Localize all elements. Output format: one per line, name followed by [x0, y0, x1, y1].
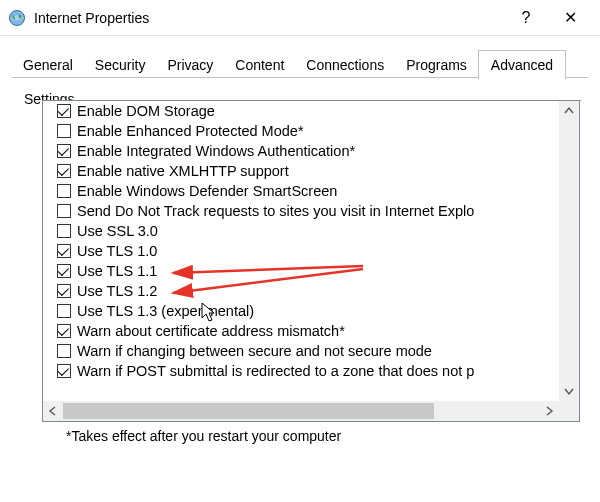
setting-row[interactable]: Use TLS 1.2 [43, 281, 559, 301]
titlebar: Internet Properties ? ✕ [0, 0, 600, 36]
setting-label: Use TLS 1.1 [77, 263, 157, 279]
setting-label: Send Do Not Track requests to sites you … [77, 203, 474, 219]
vertical-scroll-track[interactable] [559, 121, 579, 381]
close-icon: ✕ [564, 8, 577, 27]
setting-row[interactable]: Enable native XMLHTTP support [43, 161, 559, 181]
setting-label: Warn if POST submittal is redirected to … [77, 363, 474, 379]
scroll-up-arrow-icon[interactable] [559, 101, 579, 121]
setting-checkbox[interactable] [57, 304, 71, 318]
setting-checkbox[interactable] [57, 364, 71, 378]
setting-row[interactable]: Enable DOM Storage [43, 101, 559, 121]
tab-strip: General Security Privacy Content Connect… [0, 48, 600, 78]
setting-label: Warn about certificate address mismatch* [77, 323, 345, 339]
setting-row[interactable]: Use TLS 1.1 [43, 261, 559, 281]
setting-checkbox[interactable] [57, 264, 71, 278]
setting-row[interactable]: Use TLS 1.3 (experimental) [43, 301, 559, 321]
tab-advanced[interactable]: Advanced [478, 50, 566, 79]
tab-panel-advanced: Settings Enable DOM StorageEnable Enhanc… [0, 78, 600, 444]
setting-row[interactable]: Warn about certificate address mismatch* [43, 321, 559, 341]
setting-label: Use TLS 1.3 (experimental) [77, 303, 254, 319]
setting-checkbox[interactable] [57, 284, 71, 298]
tab-privacy[interactable]: Privacy [156, 52, 224, 78]
internet-options-icon [8, 9, 26, 27]
scroll-right-arrow-icon[interactable] [539, 401, 559, 421]
tab-programs[interactable]: Programs [395, 52, 478, 78]
setting-row[interactable]: Use TLS 1.0 [43, 241, 559, 261]
setting-label: Enable Enhanced Protected Mode* [77, 123, 304, 139]
setting-row[interactable]: Enable Enhanced Protected Mode* [43, 121, 559, 141]
setting-checkbox[interactable] [57, 184, 71, 198]
tab-general[interactable]: General [12, 52, 84, 78]
setting-checkbox[interactable] [57, 124, 71, 138]
horizontal-scrollbar[interactable] [43, 401, 559, 421]
setting-row[interactable]: Use SSL 3.0 [43, 221, 559, 241]
setting-label: Enable Windows Defender SmartScreen [77, 183, 337, 199]
tab-security[interactable]: Security [84, 52, 157, 78]
setting-checkbox[interactable] [57, 344, 71, 358]
setting-row[interactable]: Warn if POST submittal is redirected to … [43, 361, 559, 381]
scroll-down-arrow-icon[interactable] [559, 381, 579, 401]
setting-label: Enable Integrated Windows Authentication… [77, 143, 355, 159]
help-button[interactable]: ? [504, 3, 548, 33]
setting-checkbox[interactable] [57, 164, 71, 178]
setting-label: Enable native XMLHTTP support [77, 163, 289, 179]
scrollbar-corner [559, 401, 579, 421]
vertical-scrollbar[interactable] [559, 101, 579, 401]
setting-label: Use SSL 3.0 [77, 223, 158, 239]
settings-listbox[interactable]: Enable DOM StorageEnable Enhanced Protec… [42, 100, 580, 422]
setting-checkbox[interactable] [57, 324, 71, 338]
settings-group: Settings Enable DOM StorageEnable Enhanc… [22, 100, 582, 444]
tab-content[interactable]: Content [224, 52, 295, 78]
setting-label: Enable DOM Storage [77, 103, 215, 119]
setting-row[interactable]: Enable Windows Defender SmartScreen [43, 181, 559, 201]
setting-row[interactable]: Send Do Not Track requests to sites you … [43, 201, 559, 221]
window-title: Internet Properties [34, 10, 149, 26]
setting-label: Use TLS 1.2 [77, 283, 157, 299]
setting-checkbox[interactable] [57, 224, 71, 238]
horizontal-scroll-track[interactable] [63, 401, 539, 421]
scroll-left-arrow-icon[interactable] [43, 401, 63, 421]
restart-footnote: *Takes effect after you restart your com… [66, 428, 582, 444]
settings-list-viewport: Enable DOM StorageEnable Enhanced Protec… [43, 101, 559, 401]
setting-row[interactable]: Enable Integrated Windows Authentication… [43, 141, 559, 161]
setting-row[interactable]: Warn if changing between secure and not … [43, 341, 559, 361]
horizontal-scroll-thumb[interactable] [63, 403, 434, 419]
close-button[interactable]: ✕ [548, 3, 592, 33]
tab-connections[interactable]: Connections [295, 52, 395, 78]
setting-label: Warn if changing between secure and not … [77, 343, 432, 359]
setting-checkbox[interactable] [57, 204, 71, 218]
setting-checkbox[interactable] [57, 144, 71, 158]
setting-checkbox[interactable] [57, 104, 71, 118]
setting-checkbox[interactable] [57, 244, 71, 258]
help-icon: ? [522, 9, 531, 27]
setting-label: Use TLS 1.0 [77, 243, 157, 259]
